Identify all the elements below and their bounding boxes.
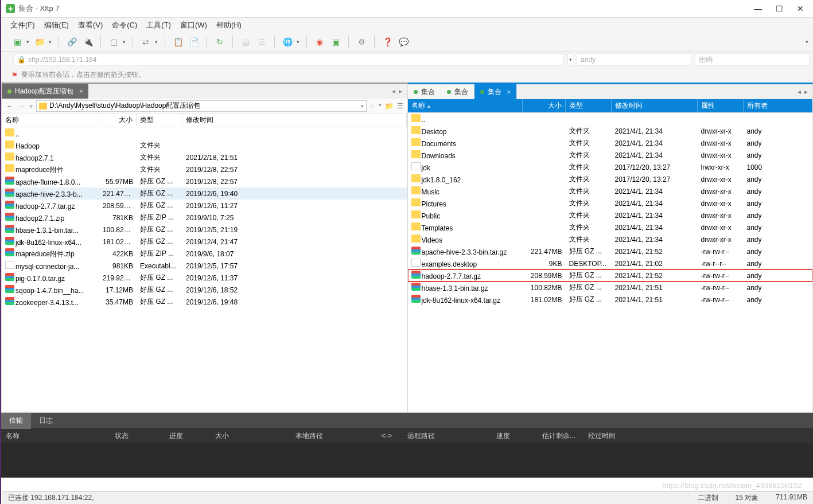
connect-icon[interactable]: 🔗	[66, 36, 77, 48]
thdr-localpath[interactable]: 本地路径	[291, 431, 377, 441]
menu-help[interactable]: 帮助(H)	[216, 20, 242, 30]
new-folder-icon[interactable]: ☰	[397, 102, 403, 110]
menu-view[interactable]: 查看(V)	[78, 20, 103, 30]
menu-command[interactable]: 命令(C)	[112, 20, 137, 30]
file-row[interactable]: jdk 文件夹 2017/12/20, 13:27 lrwxr-xr-x 100…	[408, 161, 813, 173]
xftp-icon[interactable]: ▣	[330, 36, 341, 48]
maximize-button[interactable]: ☐	[776, 4, 783, 13]
hdr-size[interactable]: 大小	[99, 114, 137, 127]
remote-tab[interactable]: 集合	[441, 84, 474, 99]
remote-file-list[interactable]: .. Desktop 文件夹 2021/4/1, 21:34 drwxr-xr-…	[408, 113, 813, 412]
chat-icon[interactable]: 💬	[398, 36, 409, 48]
file-row[interactable]: mapreduce附件 文件夹 2019/12/8, 22:57	[2, 163, 407, 175]
hdr-type[interactable]: 类型	[566, 99, 612, 112]
file-row[interactable]: Pictures 文件夹 2021/4/1, 21:34 drwxr-xr-x …	[408, 197, 813, 209]
close-button[interactable]: ✕	[797, 4, 804, 13]
password-input[interactable]: 密码	[695, 53, 810, 66]
help-icon[interactable]: ❓	[382, 36, 393, 48]
hdr-size[interactable]: 大小	[523, 99, 566, 112]
thdr-status[interactable]: 状态	[110, 431, 165, 441]
file-row[interactable]: Hadoop 文件夹	[2, 139, 407, 151]
thdr-remotepath[interactable]: 远程路径	[403, 431, 492, 441]
file-row[interactable]: hbase-1.3.1-bin.tar... 100.82MB 好压 GZ ..…	[2, 224, 407, 236]
tab-transfer[interactable]: 传输	[1, 413, 31, 429]
menu-edit[interactable]: 编辑(E)	[44, 20, 69, 30]
file-row[interactable]: jdk1.8.0_162 文件夹 2017/12/20, 13:27 drwxr…	[408, 173, 813, 185]
file-row[interactable]: sqoop-1.4.7.bin__ha... 17.12MB 好压 GZ ...…	[2, 284, 407, 296]
reconnect-icon[interactable]: ↻	[214, 36, 225, 48]
copy-icon[interactable]: 📋	[172, 36, 184, 48]
file-row[interactable]: hadoop-2.7.7.tar.gz 208.59MB 好压 GZ ... 2…	[2, 200, 407, 212]
file-row[interactable]: Downloads 文件夹 2021/4/1, 21:34 drwxr-xr-x…	[408, 149, 813, 161]
file-row[interactable]: hadoop2.7.1.zip 781KB 好压 ZIP ... 2019/9/…	[2, 212, 407, 224]
file-row[interactable]: hadoop-2.7.7.tar.gz 208.59MB 好压 GZ ... 2…	[408, 269, 813, 282]
thdr-est[interactable]: 估计剩余...	[538, 431, 584, 441]
new-window-icon[interactable]: ▢	[108, 36, 119, 48]
disconnect-icon[interactable]: 🔌	[82, 36, 94, 48]
hdr-attr[interactable]: 属性	[698, 99, 744, 112]
tab-next-icon[interactable]: ▸	[399, 87, 402, 95]
tab-next-icon[interactable]: ▸	[804, 88, 808, 96]
hosts-icon[interactable]: ☰	[256, 36, 267, 48]
file-row[interactable]: apache-hive-2.3.3-b... 221.47MB 好压 GZ ..…	[2, 187, 407, 200]
file-row[interactable]: hbase-1.3.1-bin.tar.gz 100.82MB 好压 GZ ..…	[408, 282, 813, 294]
globe-icon[interactable]: 🌐	[282, 36, 293, 48]
address-dropdown[interactable]: ▾	[567, 53, 573, 66]
file-row[interactable]: ..	[408, 113, 813, 125]
thdr-size[interactable]: 大小	[211, 431, 291, 441]
thdr-progress[interactable]: 进度	[165, 431, 211, 441]
file-row[interactable]: pig-0.17.0.tar.gz 219.92MB 好压 GZ ... 201…	[2, 272, 407, 284]
hdr-name[interactable]: 名称	[2, 114, 99, 127]
tab-prev-icon[interactable]: ◂	[392, 87, 395, 95]
local-path-input[interactable]: D:\Andy\Myself\study\Hadoop\Hadoop配置压缩包 …	[36, 100, 367, 112]
file-row[interactable]: Templates 文件夹 2021/4/1, 21:34 drwxr-xr-x…	[408, 221, 813, 233]
menu-window[interactable]: 窗口(W)	[180, 20, 207, 30]
minimize-button[interactable]: —	[754, 4, 762, 13]
tab-log[interactable]: 日志	[31, 413, 61, 429]
favorite-icon[interactable]: ☆	[369, 102, 375, 110]
file-row[interactable]: zookeeper-3.4.13.t... 35.47MB 好压 GZ ... …	[2, 296, 407, 308]
sessions-icon[interactable]: ▤	[240, 36, 251, 48]
paste-icon[interactable]: 📄	[188, 36, 200, 48]
address-input[interactable]: 🔒 sftp://192.168.171.184	[13, 53, 564, 66]
local-tab[interactable]: Hadoop配置压缩包 ×	[2, 84, 88, 99]
new-session-icon[interactable]: ▣	[11, 36, 23, 48]
hdr-type[interactable]: 类型	[137, 114, 182, 127]
thdr-speed[interactable]: 速度	[492, 431, 538, 441]
tab-prev-icon[interactable]: ◂	[798, 88, 801, 96]
nav-forward-icon[interactable]: →	[17, 102, 26, 110]
file-row[interactable]: ..	[2, 127, 407, 139]
file-row[interactable]: Desktop 文件夹 2021/4/1, 21:34 drwxr-xr-x a…	[408, 125, 813, 137]
thdr-elapsed[interactable]: 经过时间	[584, 431, 813, 441]
hdr-mtime[interactable]: 修改时间	[182, 114, 407, 127]
remote-tab[interactable]: 集合	[408, 84, 441, 99]
file-row[interactable]: Public 文件夹 2021/4/1, 21:34 drwxr-xr-x an…	[408, 209, 813, 221]
settings-icon[interactable]: ⚙	[356, 36, 367, 48]
file-row[interactable]: apache-flume-1.8.0... 55.97MB 好压 GZ ... …	[2, 175, 407, 187]
xshell-icon[interactable]: ◉	[314, 36, 325, 48]
sync-icon[interactable]: ⇄	[140, 36, 151, 48]
file-row[interactable]: Music 文件夹 2021/4/1, 21:34 drwxr-xr-x and…	[408, 185, 813, 197]
nav-back-icon[interactable]: ←	[5, 102, 14, 110]
file-row[interactable]: jdk-8u162-linux-x64... 181.02MB 好压 GZ ..…	[2, 236, 407, 248]
file-row[interactable]: mysql-connector-ja... 981KB Executabl...…	[2, 260, 407, 272]
menu-file[interactable]: 文件(F)	[10, 20, 35, 30]
tab-close-icon[interactable]: ×	[79, 88, 83, 95]
username-input[interactable]: andy	[577, 53, 691, 66]
local-file-list[interactable]: .. Hadoop 文件夹 hadoop2.7.1 文件夹 2021/2/18,…	[2, 127, 407, 412]
remote-tab[interactable]: 集合×	[474, 84, 517, 99]
file-row[interactable]: jdk-8u162-linux-x64.tar.gz 181.02MB 好压 G…	[408, 294, 813, 306]
file-row[interactable]: hadoop2.7.1 文件夹 2021/2/18, 21:51	[2, 151, 407, 163]
hdr-name[interactable]: 名称▴	[408, 99, 523, 112]
open-folder-icon[interactable]: 📁	[34, 36, 45, 48]
file-row[interactable]: Videos 文件夹 2021/4/1, 21:34 drwxr-xr-x an…	[408, 233, 813, 245]
file-row[interactable]: examples.desktop 9KB DESKTOP... 2021/4/1…	[408, 257, 813, 269]
hdr-owner[interactable]: 所有者	[744, 99, 813, 112]
menu-tools[interactable]: 工具(T)	[146, 20, 171, 30]
tab-close-icon[interactable]: ×	[507, 88, 511, 95]
refresh-icon[interactable]: 📁	[385, 102, 394, 110]
file-row[interactable]: apache-hive-2.3.3-bin.tar.gz 221.47MB 好压…	[408, 245, 813, 257]
file-row[interactable]: mapreduce附件.zip 422KB 好压 ZIP ... 2019/9/…	[2, 248, 407, 260]
file-row[interactable]: Documents 文件夹 2021/4/1, 21:34 drwxr-xr-x…	[408, 137, 813, 149]
nav-recent-icon[interactable]: ▾	[28, 102, 34, 110]
